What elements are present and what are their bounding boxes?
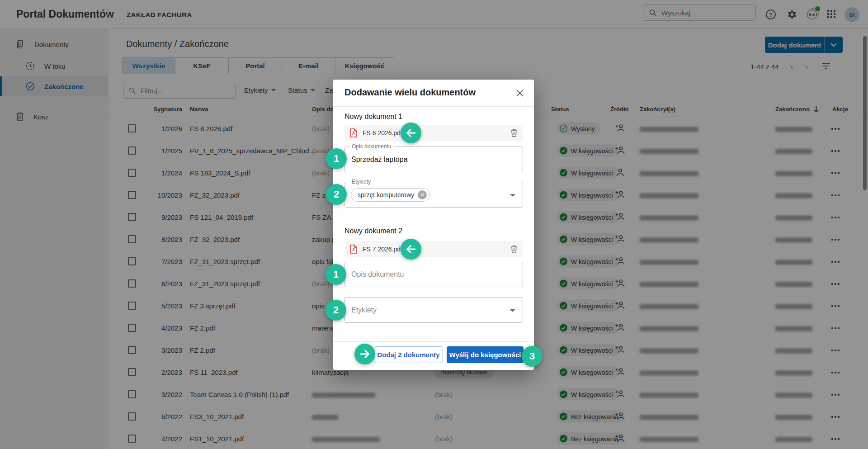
dropdown-caret-icon[interactable] xyxy=(510,309,515,312)
annotation-arrow-left-icon xyxy=(401,123,421,143)
add-multiple-documents-modal: Dodawanie wielu dokumentów Nowy dokument… xyxy=(333,80,534,370)
add-documents-button[interactable]: Dodaj 2 dokumenty xyxy=(374,346,443,363)
document-2-file-row: FS 7 2026.pdf xyxy=(344,241,523,257)
close-icon[interactable] xyxy=(514,87,526,99)
document-1-file-row: FS 6 2026.pdf xyxy=(344,125,523,141)
delete-file-icon[interactable] xyxy=(510,129,518,137)
tag-chip-label: sprzęt komputerowy xyxy=(358,191,414,199)
description-placeholder: Opis dokumentu xyxy=(351,270,404,279)
document-1-description-value: Sprzedaż laptopa xyxy=(351,156,408,164)
modal-footer-divider xyxy=(333,341,534,342)
document-1-file-name: FS 6 2026.pdf xyxy=(363,129,510,137)
remove-tag-icon[interactable]: ✕ xyxy=(418,190,427,199)
document-1-description-field[interactable]: Opis dokumentu Sprzedaż laptopa xyxy=(344,147,523,172)
document-2-file-name: FS 7 2026.pdf xyxy=(363,246,510,253)
modal-divider xyxy=(333,106,534,107)
tag-chip: sprzęt komputerowy ✕ xyxy=(351,188,430,202)
annotation-step-1-badge: 1 xyxy=(326,148,347,169)
delete-file-icon[interactable] xyxy=(510,245,518,254)
document-2-section-title: Nowy dokument 2 xyxy=(344,227,402,235)
modal-title: Dodawanie wielu dokumentów xyxy=(344,87,476,98)
annotation-arrow-left-icon xyxy=(401,239,421,260)
annotation-step-2-badge: 2 xyxy=(326,300,346,321)
annotation-step-2-badge: 2 xyxy=(326,184,347,205)
send-to-accounting-button[interactable]: Wyślij do księgowości xyxy=(447,346,524,363)
app-window: Portal Dokumentów ZAKŁAD FACHURA Wyszuka… xyxy=(0,0,868,449)
document-2-tags-field[interactable]: Etykiety xyxy=(344,297,523,323)
pdf-icon xyxy=(350,128,357,137)
document-2-description-field[interactable]: Opis dokumentu xyxy=(344,262,523,287)
annotation-step-3-badge: 3 xyxy=(522,346,542,367)
annotation-step-1-badge: 1 xyxy=(326,264,346,285)
pdf-icon xyxy=(350,245,357,254)
tags-field-label: Etykiety xyxy=(349,179,373,185)
annotation-arrow-right-icon xyxy=(354,344,375,364)
tags-placeholder: Etykiety xyxy=(351,306,377,314)
dropdown-caret-icon[interactable] xyxy=(510,194,515,197)
description-field-label: Opis dokumentu xyxy=(349,143,393,150)
document-1-section-title: Nowy dokument 1 xyxy=(344,113,402,121)
document-1-tags-field[interactable]: Etykiety sprzęt komputerowy ✕ xyxy=(344,182,523,208)
